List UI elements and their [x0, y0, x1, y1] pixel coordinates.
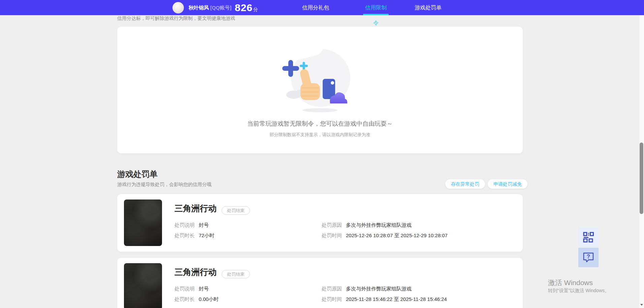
- credit-score-value: 826: [235, 2, 253, 13]
- penalty-section-subtitle: 游戏行为违规导致处罚，会影响您的信用分哦: [117, 182, 212, 188]
- help-question-glyph: ?: [587, 254, 590, 259]
- user-name: 秋叶锦风[QQ账号]: [189, 0, 231, 15]
- tab-game-penalty[interactable]: 游戏处罚单: [414, 0, 442, 15]
- time-value: 2025-12-26 10:28:07 至 2025-12-29 10:28:0…: [346, 233, 448, 239]
- penalty-section-title: 游戏处罚单: [117, 169, 158, 180]
- game-thumbnail: [124, 263, 162, 308]
- tab-credit-restriction[interactable]: 信用限制令: [363, 0, 389, 15]
- time-label: 处罚时间: [322, 233, 342, 239]
- penalty-card: 三角洲行动 处罚结束 处罚说明 封号 处罚原因 多次与外挂作弊玩家组队游戏 处罚…: [117, 258, 523, 308]
- duration-label: 处罚时长: [174, 233, 195, 239]
- help-bubble-icon: ?: [582, 252, 594, 263]
- windows-activation-watermark: 激活 Windows: [548, 278, 593, 287]
- tab-credit-gift[interactable]: 信用分礼包: [301, 0, 330, 15]
- credit-page: 秋叶锦风[QQ账号] 826分 信用分礼包 信用限制令 游戏处罚单 信用分达标，…: [0, 0, 644, 308]
- game-title: 三角洲行动: [174, 203, 217, 214]
- restriction-intro-text: 信用分达标，即可解除游戏行为限制，要文明健康地游戏: [117, 16, 235, 22]
- user-name-text: 秋叶锦风: [189, 5, 209, 10]
- duration-value: 0.00小时: [199, 296, 219, 303]
- duration-label: 处罚时长: [174, 296, 195, 303]
- no-restriction-message: 当前常玩游戏暂无限制令，您可以在游戏中自由玩耍～: [117, 120, 523, 128]
- game-thumbnail: [124, 199, 162, 246]
- credit-score: 826分: [235, 0, 258, 15]
- game-title: 三角洲行动: [174, 267, 217, 278]
- explain-value: 封号: [199, 286, 209, 292]
- help-button[interactable]: ?: [578, 248, 599, 267]
- qr-code-button[interactable]: [578, 227, 599, 247]
- qr-code-icon: [583, 232, 594, 243]
- explain-label: 处罚说明: [174, 286, 195, 292]
- penalty-card: 三角洲行动 处罚结束 处罚说明 封号 处罚原因 多次与外挂作弊玩家组队游戏 处罚…: [117, 194, 523, 252]
- no-restriction-note: 部分限制数据不支持显示，请以游戏内限制记录为准: [117, 132, 523, 138]
- time-label: 处罚时间: [322, 296, 342, 303]
- scrollbar-down-arrow[interactable]: [640, 304, 643, 306]
- reason-label: 处罚原因: [322, 286, 342, 292]
- penalty-status-badge: 处罚结束: [222, 270, 250, 278]
- explain-label: 处罚说明: [174, 222, 195, 228]
- explain-value: 封号: [199, 222, 209, 228]
- top-nav-bar: 秋叶锦风[QQ账号] 826分 信用分礼包 信用限制令 游戏处罚单: [0, 0, 644, 15]
- scrollbar-thumb[interactable]: [640, 143, 643, 214]
- avatar[interactable]: [172, 2, 184, 13]
- account-type-tag: [QQ账号]: [210, 5, 231, 10]
- penalty-reduction-button[interactable]: 申请处罚减免: [488, 179, 527, 189]
- active-tab-underline: [363, 14, 389, 15]
- reason-label: 处罚原因: [322, 222, 342, 228]
- time-value: 2025-11-28 15:46:22 至 2025-11-28 15:46:2…: [346, 296, 447, 303]
- reason-value: 多次与外挂作弊玩家组队游戏: [346, 222, 412, 228]
- duration-value: 72小时: [199, 233, 215, 239]
- windows-activation-hint: 转到“设置”以激活 Windows。: [548, 288, 609, 294]
- no-restriction-card: 当前常玩游戏暂无限制令，您可以在游戏中自由玩耍～ 部分限制数据不支持显示，请以游…: [117, 27, 523, 153]
- penalty-status-badge: 处罚结束: [222, 206, 250, 215]
- thumbs-up-illustration: [280, 47, 360, 114]
- credit-score-unit: 分: [253, 7, 258, 12]
- reason-value: 多次与外挂作弊玩家组队游戏: [346, 286, 412, 292]
- abnormal-penalty-button[interactable]: 存在异常处罚: [445, 179, 485, 189]
